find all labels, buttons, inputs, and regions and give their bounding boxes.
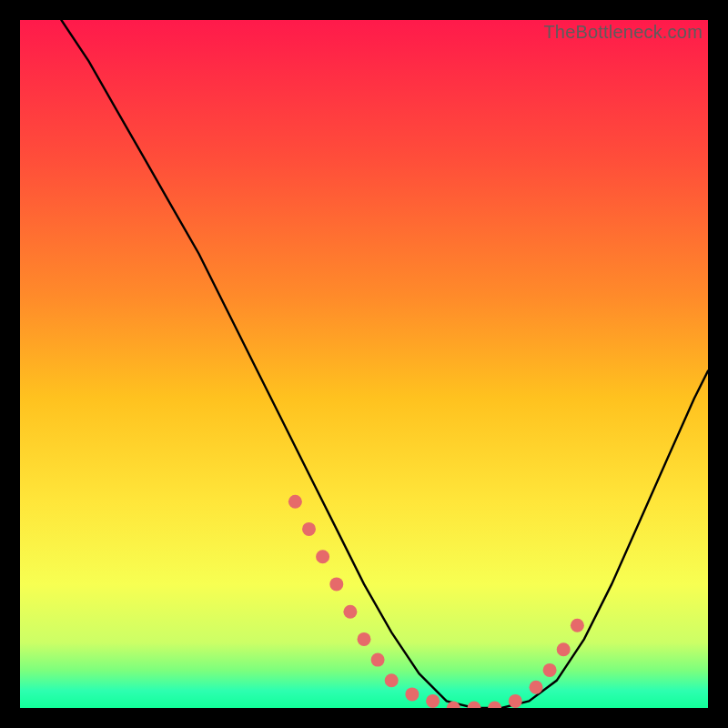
- chart-frame: TheBottleneck.com: [20, 20, 708, 708]
- highlight-dot: [405, 687, 419, 701]
- highlight-dot: [329, 577, 343, 591]
- highlight-dot: [302, 522, 316, 536]
- highlight-dot: [385, 673, 399, 687]
- highlight-dot: [288, 495, 302, 509]
- highlight-dot: [358, 632, 371, 646]
- highlight-dot: [557, 642, 571, 656]
- chart-svg: [20, 20, 708, 708]
- highlight-dot: [571, 619, 584, 632]
- highlight-dot: [343, 605, 357, 619]
- highlight-dot: [509, 694, 522, 708]
- highlight-dot: [426, 694, 440, 708]
- highlight-dot: [543, 663, 557, 677]
- attribution-label: TheBottleneck.com: [543, 22, 703, 43]
- highlight-dot: [316, 550, 329, 563]
- highlight-dot: [371, 653, 385, 667]
- highlight-dot: [530, 681, 543, 694]
